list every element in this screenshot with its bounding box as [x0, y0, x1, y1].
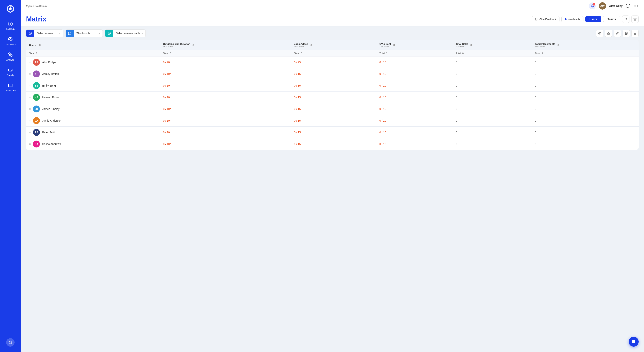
user-name-ashley-hatton: Ashley Hatton [42, 72, 59, 75]
drag-handle[interactable]: ≡ [29, 142, 31, 146]
measurable-filter[interactable]: Select a measurable ▾ [105, 29, 146, 37]
chat-icon[interactable]: 💬 [626, 4, 630, 8]
table-row-sasha-andrews: ≡ SA Sasha Andrews 0 / 10h0 / 150 / 1000 [26, 138, 639, 150]
edit-view-button[interactable] [614, 30, 621, 37]
drag-handle[interactable]: ≡ [29, 107, 31, 110]
total-placements-jamie-anderson: 0 [532, 115, 639, 127]
username[interactable]: Alex Wiley [609, 4, 622, 7]
svg-point-33 [598, 32, 601, 34]
new-matrix-button[interactable]: New Matrix [562, 16, 584, 22]
jobs-added-ashley-hatton: 0 / 15 [291, 68, 376, 80]
svg-point-34 [599, 33, 600, 34]
refresh-button[interactable] [622, 15, 630, 23]
drag-handle[interactable]: ≡ [29, 119, 31, 122]
col-header-users: Users ⚙ [26, 40, 160, 50]
sidebar-bottom [0, 336, 21, 349]
app-logo[interactable] [4, 3, 16, 14]
sidebar-item-add-data[interactable]: Add Data [0, 19, 21, 33]
call-duration-emily-sprig: 0 / 10h [160, 80, 291, 91]
period-filter[interactable]: This Month ▾ [66, 29, 103, 37]
col-header-call-duration: Outgoing Call Duration This Week ⚙ [160, 40, 291, 50]
grid-view-button[interactable] [605, 30, 612, 37]
svg-rect-28 [68, 32, 71, 35]
sidebar-item-analyse-label: Analyse [6, 59, 14, 61]
users-tab-button[interactable]: Users [585, 16, 601, 22]
col-cvs-sub: This Week [380, 45, 391, 48]
topbar: MyRec Co (Demo) 1 AW Alex Wiley 💬 ••• [21, 0, 644, 12]
drag-handle[interactable]: ≡ [29, 84, 31, 87]
chat-fab-button[interactable] [629, 337, 639, 347]
svg-rect-41 [626, 33, 627, 34]
user-name-peter-smith: Peter Smith [42, 131, 56, 134]
col-cvs-settings-icon[interactable]: ⚙ [393, 44, 395, 46]
call-duration-james-kinsley: 0 / 10h [160, 103, 291, 115]
topbar-right: 1 AW Alex Wiley 💬 ••• [589, 2, 639, 9]
jobs-added-hassan-rowe: 0 / 15 [291, 91, 376, 103]
jobs-added-sasha-andrews: 0 / 15 [291, 138, 376, 150]
col-placements-title: Total Placements [535, 42, 555, 45]
eye-view-button[interactable] [596, 30, 603, 37]
calendar-icon [66, 30, 74, 37]
cvs-sent-alex-philips: 0 / 10 [376, 56, 453, 68]
col-users-settings-icon[interactable]: ⚙ [39, 44, 41, 46]
call-duration-hassan-rowe: 0 / 10h [160, 91, 291, 103]
sidebar-item-oneup-tv[interactable]: OneUp TV [0, 80, 21, 94]
more-options-icon[interactable]: ••• [634, 4, 639, 8]
user-avatar-alex-philips: AP [33, 59, 40, 66]
jobs-added-emily-sprig: 0 / 15 [291, 80, 376, 91]
measurable-caret-icon: ▾ [142, 32, 143, 35]
drag-handle[interactable]: ≡ [29, 131, 31, 134]
svg-point-27 [30, 33, 31, 34]
svg-point-1 [10, 6, 11, 8]
notif-count: 1 [593, 3, 595, 5]
call-duration-alex-philips: 0 / 20h [160, 56, 291, 68]
col-total-calls-settings-icon[interactable]: ⚙ [470, 44, 472, 46]
user-cell-sasha-andrews: ≡ SA Sasha Andrews [26, 138, 160, 150]
col-jobs-settings-icon[interactable]: ⚙ [310, 44, 312, 46]
svg-rect-36 [609, 32, 610, 33]
sidebar-item-analyse[interactable]: Analyse [0, 50, 21, 64]
drag-handle[interactable]: ≡ [29, 61, 31, 64]
sidebar-item-gamify[interactable]: Gamify [0, 65, 21, 79]
col-call-settings-icon[interactable]: ⚙ [192, 44, 194, 46]
cvs-sent-emily-sprig: 0 / 10 [376, 80, 453, 91]
drag-handle[interactable]: ≡ [29, 96, 31, 99]
col-placements-sub: This Week [535, 45, 555, 48]
table-row-jamie-anderson: ≡ JA Jamie Anderson 0 / 10h0 / 150 / 100… [26, 115, 639, 127]
page-header: Matrix 💬 Give Feedback New Matrix Users … [21, 12, 644, 26]
total-calls-james-kinsley: 0 [452, 103, 532, 115]
svg-point-24 [10, 342, 11, 343]
filters-bar: Select a view ▾ This Month ▾ Select a me… [21, 26, 644, 40]
sidebar-item-dashboard[interactable]: Dashboard [0, 34, 21, 48]
page-header-actions: 💬 Give Feedback New Matrix Users Teams [532, 15, 639, 26]
save-view-button[interactable] [622, 30, 630, 37]
page-title: Matrix [26, 15, 46, 26]
total-cell-3: Total: 0 [376, 50, 453, 56]
user-cell-jamie-anderson: ≡ JA Jamie Anderson [26, 115, 160, 127]
user-name-emily-sprig: Emily Sprig [42, 84, 56, 87]
feedback-button[interactable]: 💬 Give Feedback [532, 16, 559, 22]
drag-handle[interactable]: ≡ [29, 72, 31, 75]
total-placements-alex-philips: 0 [532, 56, 639, 68]
user-avatar-james-kinsley: JK [33, 105, 40, 112]
total-calls-peter-smith: 0 [452, 127, 532, 138]
user-avatar[interactable]: AW [599, 2, 606, 9]
graduate-icon-button[interactable] [631, 15, 639, 23]
notification-bell[interactable]: 1 [589, 2, 596, 9]
settings-button[interactable] [6, 338, 14, 347]
teams-tab-button[interactable]: Teams [603, 16, 620, 22]
sidebar: Add Data Dashboard Analyse [0, 0, 21, 352]
oneup-tv-icon [8, 83, 13, 88]
table-row-peter-smith: ≡ PS Peter Smith 0 / 10h0 / 150 / 1000 [26, 127, 639, 138]
export-view-button[interactable] [631, 30, 639, 37]
jobs-added-alex-philips: 0 / 25 [291, 56, 376, 68]
company-name: MyRec Co (Demo) [26, 4, 47, 7]
main-content: MyRec Co (Demo) 1 AW Alex Wiley 💬 ••• Ma… [21, 0, 644, 352]
col-placements-settings-icon[interactable]: ⚙ [557, 44, 560, 46]
view-filter[interactable]: Select a view ▾ [26, 29, 63, 37]
matrix-table-container: Users ⚙ Outgoing Call Duration This Week… [21, 40, 644, 352]
svg-rect-20 [8, 84, 12, 87]
total-placements-emily-sprig: 0 [532, 80, 639, 91]
add-data-icon [8, 21, 13, 27]
cvs-sent-sasha-andrews: 0 / 10 [376, 138, 453, 150]
